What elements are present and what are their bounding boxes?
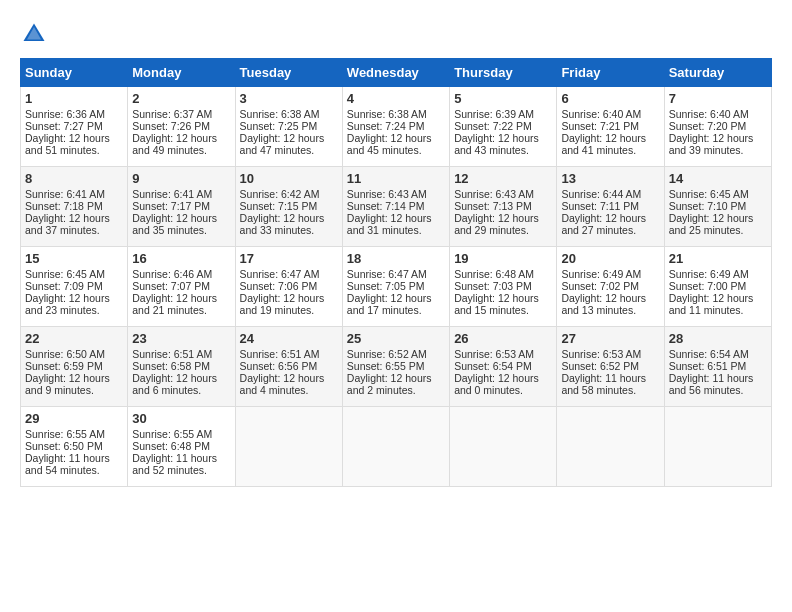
calendar-cell: 7Sunrise: 6:40 AMSunset: 7:20 PMDaylight…	[664, 87, 771, 167]
day-info-line: Sunrise: 6:39 AM	[454, 108, 552, 120]
calendar-cell: 28Sunrise: 6:54 AMSunset: 6:51 PMDayligh…	[664, 327, 771, 407]
day-number: 23	[132, 331, 230, 346]
day-info-line: Daylight: 12 hours	[240, 292, 338, 304]
day-info-line: Sunset: 6:59 PM	[25, 360, 123, 372]
calendar-cell: 4Sunrise: 6:38 AMSunset: 7:24 PMDaylight…	[342, 87, 449, 167]
day-info-line: Daylight: 11 hours	[132, 452, 230, 464]
calendar-cell: 1Sunrise: 6:36 AMSunset: 7:27 PMDaylight…	[21, 87, 128, 167]
calendar-cell: 16Sunrise: 6:46 AMSunset: 7:07 PMDayligh…	[128, 247, 235, 327]
calendar-cell: 20Sunrise: 6:49 AMSunset: 7:02 PMDayligh…	[557, 247, 664, 327]
day-info-line: and 11 minutes.	[669, 304, 767, 316]
day-info-line: Sunset: 7:13 PM	[454, 200, 552, 212]
calendar-cell: 19Sunrise: 6:48 AMSunset: 7:03 PMDayligh…	[450, 247, 557, 327]
day-info-line: Sunrise: 6:45 AM	[669, 188, 767, 200]
day-header: Saturday	[664, 59, 771, 87]
day-number: 14	[669, 171, 767, 186]
day-info-line: Sunrise: 6:54 AM	[669, 348, 767, 360]
day-info-line: Daylight: 12 hours	[561, 212, 659, 224]
day-header: Wednesday	[342, 59, 449, 87]
logo-icon	[20, 20, 48, 48]
calendar-cell: 26Sunrise: 6:53 AMSunset: 6:54 PMDayligh…	[450, 327, 557, 407]
header-row: SundayMondayTuesdayWednesdayThursdayFrid…	[21, 59, 772, 87]
day-info-line: Daylight: 12 hours	[454, 212, 552, 224]
day-info-line: and 54 minutes.	[25, 464, 123, 476]
day-info-line: Sunrise: 6:38 AM	[240, 108, 338, 120]
calendar-cell: 13Sunrise: 6:44 AMSunset: 7:11 PMDayligh…	[557, 167, 664, 247]
day-info-line: Sunset: 7:21 PM	[561, 120, 659, 132]
calendar-cell: 23Sunrise: 6:51 AMSunset: 6:58 PMDayligh…	[128, 327, 235, 407]
day-info-line: Sunset: 6:54 PM	[454, 360, 552, 372]
day-number: 8	[25, 171, 123, 186]
day-info-line: Sunrise: 6:47 AM	[240, 268, 338, 280]
day-header: Sunday	[21, 59, 128, 87]
day-info-line: Daylight: 11 hours	[25, 452, 123, 464]
day-info-line: Daylight: 12 hours	[25, 212, 123, 224]
calendar-cell: 21Sunrise: 6:49 AMSunset: 7:00 PMDayligh…	[664, 247, 771, 327]
day-number: 25	[347, 331, 445, 346]
calendar-cell: 22Sunrise: 6:50 AMSunset: 6:59 PMDayligh…	[21, 327, 128, 407]
day-number: 24	[240, 331, 338, 346]
day-header: Thursday	[450, 59, 557, 87]
day-info-line: and 15 minutes.	[454, 304, 552, 316]
day-info-line: Daylight: 12 hours	[132, 212, 230, 224]
day-info-line: and 23 minutes.	[25, 304, 123, 316]
day-info-line: Sunset: 7:05 PM	[347, 280, 445, 292]
day-info-line: Sunset: 6:50 PM	[25, 440, 123, 452]
day-info-line: Daylight: 12 hours	[25, 372, 123, 384]
calendar-body: 1Sunrise: 6:36 AMSunset: 7:27 PMDaylight…	[21, 87, 772, 487]
day-number: 5	[454, 91, 552, 106]
day-info-line: and 31 minutes.	[347, 224, 445, 236]
day-number: 1	[25, 91, 123, 106]
day-info-line: Sunset: 7:20 PM	[669, 120, 767, 132]
day-header: Monday	[128, 59, 235, 87]
day-info-line: and 45 minutes.	[347, 144, 445, 156]
day-info-line: Sunset: 7:27 PM	[25, 120, 123, 132]
day-info-line: Sunset: 6:55 PM	[347, 360, 445, 372]
day-info-line: and 43 minutes.	[454, 144, 552, 156]
day-number: 27	[561, 331, 659, 346]
calendar-cell: 30Sunrise: 6:55 AMSunset: 6:48 PMDayligh…	[128, 407, 235, 487]
day-info-line: Sunset: 7:11 PM	[561, 200, 659, 212]
day-info-line: Sunrise: 6:47 AM	[347, 268, 445, 280]
day-info-line: Sunrise: 6:36 AM	[25, 108, 123, 120]
day-number: 6	[561, 91, 659, 106]
day-number: 2	[132, 91, 230, 106]
day-info-line: Sunrise: 6:51 AM	[240, 348, 338, 360]
day-info-line: Sunrise: 6:55 AM	[132, 428, 230, 440]
day-number: 15	[25, 251, 123, 266]
day-info-line: Sunset: 6:56 PM	[240, 360, 338, 372]
day-number: 10	[240, 171, 338, 186]
calendar-cell	[450, 407, 557, 487]
day-info-line: Sunrise: 6:38 AM	[347, 108, 445, 120]
day-info-line: Sunrise: 6:48 AM	[454, 268, 552, 280]
day-number: 26	[454, 331, 552, 346]
day-info-line: Sunset: 6:52 PM	[561, 360, 659, 372]
day-info-line: Sunset: 6:58 PM	[132, 360, 230, 372]
day-info-line: Daylight: 12 hours	[240, 372, 338, 384]
calendar-week-row: 22Sunrise: 6:50 AMSunset: 6:59 PMDayligh…	[21, 327, 772, 407]
day-info-line: Sunrise: 6:40 AM	[669, 108, 767, 120]
calendar-cell: 27Sunrise: 6:53 AMSunset: 6:52 PMDayligh…	[557, 327, 664, 407]
calendar-cell	[557, 407, 664, 487]
day-info-line: Sunrise: 6:40 AM	[561, 108, 659, 120]
day-info-line: Daylight: 12 hours	[25, 132, 123, 144]
day-info-line: and 39 minutes.	[669, 144, 767, 156]
calendar-cell: 18Sunrise: 6:47 AMSunset: 7:05 PMDayligh…	[342, 247, 449, 327]
day-number: 20	[561, 251, 659, 266]
day-number: 18	[347, 251, 445, 266]
day-info-line: Sunset: 7:09 PM	[25, 280, 123, 292]
day-info-line: Sunrise: 6:37 AM	[132, 108, 230, 120]
day-number: 28	[669, 331, 767, 346]
day-info-line: Sunset: 7:14 PM	[347, 200, 445, 212]
calendar-cell: 29Sunrise: 6:55 AMSunset: 6:50 PMDayligh…	[21, 407, 128, 487]
day-info-line: and 35 minutes.	[132, 224, 230, 236]
day-info-line: Sunset: 6:48 PM	[132, 440, 230, 452]
day-info-line: and 33 minutes.	[240, 224, 338, 236]
calendar-cell: 11Sunrise: 6:43 AMSunset: 7:14 PMDayligh…	[342, 167, 449, 247]
day-info-line: Sunrise: 6:42 AM	[240, 188, 338, 200]
day-info-line: Sunrise: 6:43 AM	[347, 188, 445, 200]
day-info-line: and 52 minutes.	[132, 464, 230, 476]
day-number: 13	[561, 171, 659, 186]
day-info-line: Daylight: 12 hours	[240, 132, 338, 144]
calendar-cell	[664, 407, 771, 487]
